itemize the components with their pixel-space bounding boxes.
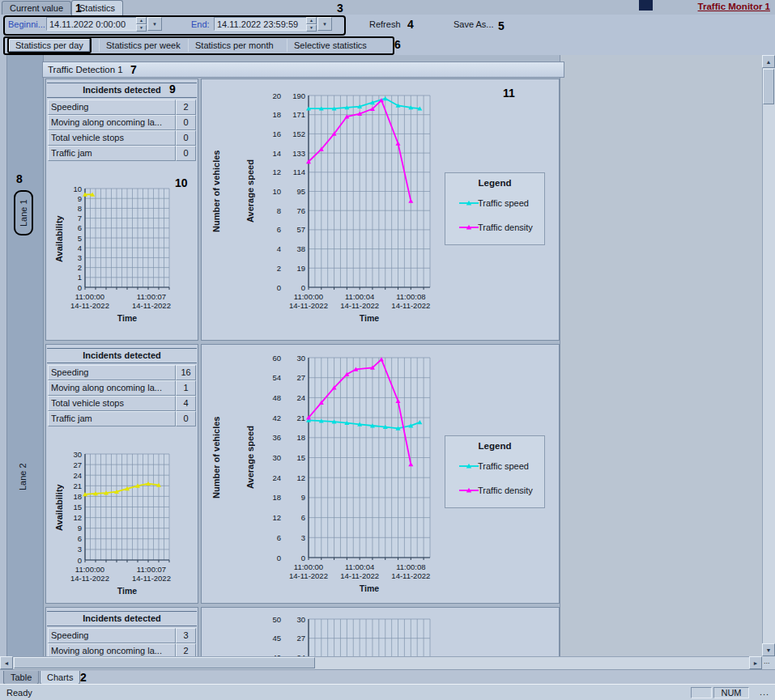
svg-text:14-11-2022: 14-11-2022 <box>340 301 379 310</box>
svg-text:3: 3 <box>301 533 305 542</box>
svg-text:19: 19 <box>296 264 305 273</box>
svg-text:24: 24 <box>272 473 281 482</box>
table-row[interactable]: Traffic jam 0 <box>48 411 196 426</box>
annotation-1: 1 <box>75 2 82 15</box>
tab-statistics-per-day[interactable]: Statistics per day <box>7 37 92 53</box>
incident-count: 0 <box>176 130 196 146</box>
y-axis-title-vehicles: Number of vehicles <box>211 350 221 566</box>
tab-statistics-per-week[interactable]: Statistics per week <box>99 39 187 52</box>
density-line-sample <box>452 223 473 231</box>
table-row[interactable]: Moving along oncoming la... 0 <box>48 115 196 130</box>
svg-text:11:00:07: 11:00:07 <box>137 292 166 301</box>
begin-spinner[interactable]: ▲▼ <box>136 17 147 31</box>
svg-text:38: 38 <box>296 244 305 253</box>
end-spinner[interactable]: ▲▼ <box>306 17 317 31</box>
annotation-8: 8 <box>16 172 23 185</box>
incident-count: 16 <box>176 365 196 380</box>
begin-datetime-input[interactable] <box>46 17 138 31</box>
resize-grip: ... <box>760 687 769 697</box>
svg-text:76: 76 <box>296 206 305 215</box>
arrow-right-icon: ► <box>753 660 759 666</box>
end-label: End: <box>191 19 210 29</box>
density-line-sample <box>452 486 473 494</box>
svg-text:6: 6 <box>78 534 82 543</box>
svg-text:18: 18 <box>272 110 281 119</box>
tab-charts[interactable]: Charts <box>40 671 80 685</box>
table-row[interactable]: Traffic jam 0 <box>48 146 196 161</box>
incident-type: Moving along oncoming la... <box>48 643 176 656</box>
vertical-scrollbar[interactable] <box>762 55 775 656</box>
table-row[interactable]: Speeding 16 <box>48 365 196 380</box>
lane1-chart-panel: Number of vehicles Average speed 0246810… <box>201 78 560 341</box>
incidents-table: Speeding 2 Moving along oncoming la... 0… <box>48 100 196 161</box>
table-row[interactable]: Speeding 3 <box>48 628 196 643</box>
annotation-5: 5 <box>498 19 505 32</box>
svg-text:6: 6 <box>277 225 281 234</box>
availability-chart-block: Availability 03691215182124273011:00:001… <box>54 449 198 597</box>
svg-text:11:00:04: 11:00:04 <box>345 562 374 571</box>
availability-chart-block: Availability 01234567891011:00:0014-11-2… <box>54 184 198 325</box>
scroll-right-button[interactable]: ► <box>749 656 762 669</box>
svg-text:114: 114 <box>293 168 305 176</box>
y-axis-title-speed: Average speed <box>245 350 255 566</box>
lane3-traffic-chart: 05101520253035404550036912151821242730 <box>262 611 436 656</box>
lane2-availability-chart: 03691215182124273011:00:0014-11-202211:0… <box>64 449 176 597</box>
incident-count: 4 <box>176 396 196 411</box>
tab-table[interactable]: Table <box>3 671 39 685</box>
save-as-button[interactable]: Save As... <box>445 18 502 31</box>
svg-text:11:00:04: 11:00:04 <box>345 292 374 301</box>
incident-type: Speeding <box>48 100 176 115</box>
arrow-left-icon: ◄ <box>4 660 10 666</box>
table-row[interactable]: Speeding 2 <box>48 100 196 115</box>
incident-type: Speeding <box>48 365 176 380</box>
status-bar: Ready NUM ... <box>0 684 775 700</box>
svg-text:14-11-2022: 14-11-2022 <box>391 301 430 310</box>
legend-label: Traffic speed <box>478 197 533 210</box>
table-row[interactable]: Total vehicle stops 0 <box>48 130 196 146</box>
legend: Legend Traffic speed Traffic density <box>445 435 545 508</box>
scroll-left-button[interactable]: ◄ <box>0 656 13 669</box>
svg-text:21: 21 <box>73 482 82 490</box>
spin-up-icon[interactable]: ▲ <box>136 17 147 24</box>
incident-count: 0 <box>176 411 196 426</box>
svg-text:27: 27 <box>73 460 82 469</box>
svg-text:0: 0 <box>277 554 281 562</box>
svg-text:11:00:00: 11:00:00 <box>294 562 323 571</box>
refresh-button[interactable]: Refresh <box>361 18 409 31</box>
scroll-down-button[interactable]: ▼ <box>762 643 775 656</box>
scroll-up-button[interactable]: ▲ <box>762 55 775 68</box>
tab-selective-statistics[interactable]: Selective statistics <box>287 39 373 52</box>
svg-text:6: 6 <box>301 513 305 522</box>
end-datetime-input[interactable] <box>214 17 309 31</box>
table-row[interactable]: Moving along oncoming la... 1 <box>48 380 196 396</box>
spin-down-icon[interactable]: ▼ <box>306 24 317 32</box>
svg-text:6: 6 <box>78 223 82 232</box>
tab-current-value[interactable]: Current value <box>2 1 71 15</box>
svg-text:20: 20 <box>272 91 281 100</box>
svg-text:6: 6 <box>277 533 281 542</box>
begin-dropdown-button[interactable]: ▼ <box>147 17 162 31</box>
svg-text:11:00:07: 11:00:07 <box>137 565 166 574</box>
incident-type: Total vehicle stops <box>48 130 176 146</box>
spin-up-icon[interactable]: ▲ <box>306 17 317 24</box>
spin-down-icon[interactable]: ▼ <box>136 24 147 32</box>
horizontal-scroll-thumb[interactable] <box>14 657 315 668</box>
svg-text:42: 42 <box>272 414 281 422</box>
vertical-scroll-thumb[interactable] <box>763 69 774 104</box>
svg-text:8: 8 <box>277 206 281 215</box>
scrollbar-corner: ... <box>762 656 775 669</box>
table-row[interactable]: Moving along oncoming la... 2 <box>48 643 196 656</box>
svg-text:14-11-2022: 14-11-2022 <box>70 574 109 583</box>
legend-item-density: Traffic density <box>452 222 538 235</box>
svg-text:133: 133 <box>292 149 305 158</box>
end-dropdown-button[interactable]: ▼ <box>317 17 332 31</box>
y-axis-title-speed: Average speed <box>245 611 255 656</box>
lane1-traffic-chart: 0246810121416182001938577695114133152171… <box>262 87 436 325</box>
svg-text:Time: Time <box>117 586 137 596</box>
svg-text:0: 0 <box>78 283 82 292</box>
tab-statistics-per-month[interactable]: Statistics per month <box>188 39 280 52</box>
table-row[interactable]: Total vehicle stops 4 <box>48 396 196 411</box>
incidents-detected-header: Incidents detected <box>47 348 197 363</box>
chevron-down-icon: ▼ <box>322 22 327 27</box>
incident-type: Moving along oncoming la... <box>48 380 176 396</box>
